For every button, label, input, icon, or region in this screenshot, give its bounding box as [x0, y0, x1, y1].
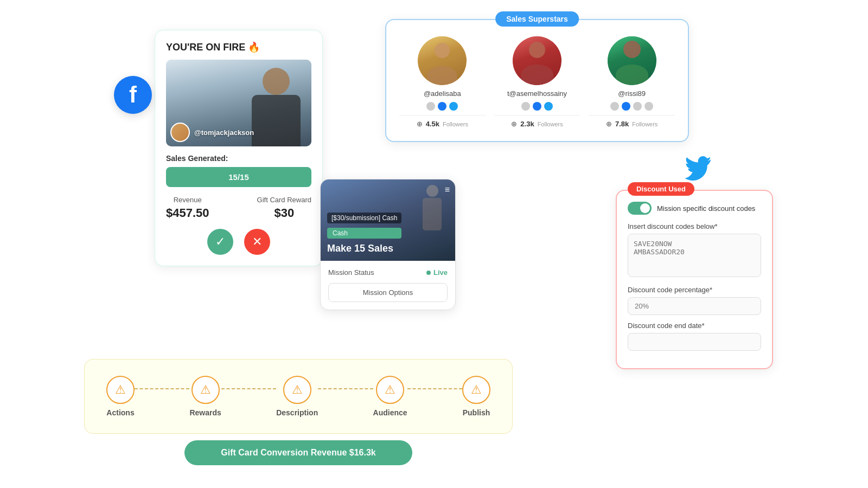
social-icons-3 [610, 102, 653, 111]
step-icon-audience: ⚠ [376, 376, 404, 404]
fire-card-image: @tomjackjackson [166, 60, 311, 146]
dot-fb-2 [533, 102, 541, 111]
sales-bar: 15/15 [166, 167, 311, 187]
step-label-actions: Actions [106, 408, 134, 417]
workflow-step-rewards[interactable]: ⚠ Rewards [189, 376, 221, 417]
follower-row-1: ⊕ 4.5k Followers [399, 115, 486, 128]
superstars-badge: Sales Superstars [495, 11, 579, 27]
superstars-card: Sales Superstars @adelisaba ⊕ 4.5k Follo… [385, 19, 689, 142]
step-label-rewards: Rewards [189, 408, 221, 417]
superstar-username-2: t@asemelhossainy [507, 89, 567, 98]
mission-type-badge: Cash [327, 228, 401, 239]
superstar-item-3: @rissi89 ⊕ 7.8k Followers [589, 36, 675, 128]
fire-card-username: @tomjackjackson [194, 129, 254, 137]
step-icon-rewards: ⚠ [192, 376, 220, 404]
fire-card-avatar [170, 123, 190, 142]
workflow-step-publish[interactable]: ⚠ Publish [462, 376, 490, 417]
fire-card-avatar-overlay: @tomjackjackson [170, 123, 254, 142]
dot-tw-2 [544, 102, 553, 111]
step-label-audience: Audience [373, 408, 407, 417]
mission-image: ≡ [$30/submission] Cash Cash Make 15 Sal… [321, 179, 455, 261]
step-label-description: Description [276, 408, 318, 417]
superstar-username-3: @rissi89 [618, 89, 646, 98]
step-label-publish: Publish [463, 408, 490, 417]
step-icon-publish: ⚠ [462, 376, 490, 404]
follower-row-3: ⊕ 7.8k Followers [589, 115, 675, 128]
workflow-step-description[interactable]: ⚠ Description [276, 376, 318, 417]
mission-title: Make 15 Sales [327, 243, 401, 254]
fire-card: YOU'RE ON FIRE 🔥 @tomjackjackson Sales G… [155, 30, 323, 266]
discount-card: Discount Used Mission specific discount … [616, 190, 773, 369]
workflow-step-actions[interactable]: ⚠ Actions [106, 376, 135, 417]
facebook-icon: f [114, 76, 152, 114]
toggle-switch[interactable] [628, 202, 652, 215]
step-connector-2 [221, 388, 276, 389]
superstars-grid: @adelisaba ⊕ 4.5k Followers t@asemelhoss… [399, 36, 675, 128]
step-connector-1 [135, 388, 189, 389]
superstar-avatar-1 [418, 36, 467, 85]
superstar-username-1: @adelisaba [424, 89, 461, 98]
mission-options-button[interactable]: Mission Options [328, 283, 448, 302]
dot-gray-3 [610, 102, 619, 111]
step-connector-3 [318, 388, 373, 389]
follower-row-2: ⊕ 2.3k Followers [494, 115, 580, 128]
dot-fb-3 [622, 102, 630, 111]
reject-button[interactable]: ✕ [244, 229, 270, 255]
discount-percentage-label: Discount code percentage* [628, 286, 761, 294]
discount-codes-input[interactable] [628, 234, 761, 277]
superstar-item: @adelisaba ⊕ 4.5k Followers [399, 36, 486, 128]
dot-tw-1 [449, 102, 458, 111]
social-icons-2 [521, 102, 553, 111]
workflow-bar: ⚠ Actions ⚠ Rewards ⚠ Description ⚠ Audi… [84, 359, 513, 434]
workflow-steps: ⚠ Actions ⚠ Rewards ⚠ Description ⚠ Audi… [106, 376, 490, 417]
step-connector-4 [407, 388, 462, 389]
fire-card-title: YOU'RE ON FIRE 🔥 [166, 41, 311, 53]
discount-percentage-input[interactable] [628, 297, 761, 315]
gift-banner-text: Gift Card Conversion Revenue $16.3k [221, 448, 375, 457]
workflow-step-audience[interactable]: ⚠ Audience [373, 376, 407, 417]
superstar-avatar-2 [513, 36, 561, 85]
dot-gray-1 [426, 102, 435, 111]
mission-status-live: Live [426, 268, 448, 277]
social-icons-1 [426, 102, 458, 111]
dot-gray-3b [633, 102, 642, 111]
confirm-button[interactable]: ✓ [207, 229, 233, 255]
mission-price-badge: [$30/submission] Cash [327, 213, 401, 223]
toggle-label: Mission specific discount codes [657, 204, 755, 213]
dot-gray-3c [644, 102, 653, 111]
mission-card: ≡ [$30/submission] Cash Cash Make 15 Sal… [320, 179, 456, 310]
gift-card-banner: Gift Card Conversion Revenue $16.3k [184, 440, 412, 465]
step-icon-actions: ⚠ [106, 376, 135, 404]
revenue-item: Revenue $457.50 [166, 196, 209, 220]
discount-date-input[interactable] [628, 333, 761, 351]
gift-card-item: Gift Card Reward $30 [257, 196, 311, 220]
superstar-avatar-3 [608, 36, 656, 85]
twitter-icon [681, 152, 716, 187]
action-buttons: ✓ ✕ [166, 229, 311, 255]
discount-codes-label: Insert discount codes below* [628, 222, 761, 230]
toggle-row: Mission specific discount codes [628, 202, 761, 215]
mission-body: Mission Status Live Mission Options [321, 261, 455, 310]
superstar-item-2: t@asemelhossainy ⊕ 2.3k Followers [494, 36, 580, 128]
dot-fb-1 [438, 102, 446, 111]
discount-date-label: Discount code end date* [628, 322, 761, 330]
step-icon-description: ⚠ [283, 376, 311, 404]
mission-status-row: Mission Status Live [328, 268, 448, 277]
dot-gray-2 [521, 102, 530, 111]
sales-generated-label: Sales Generated: [166, 154, 311, 163]
mission-status-label: Mission Status [328, 268, 374, 277]
revenue-row: Revenue $457.50 Gift Card Reward $30 [166, 196, 311, 220]
live-dot [426, 271, 431, 275]
